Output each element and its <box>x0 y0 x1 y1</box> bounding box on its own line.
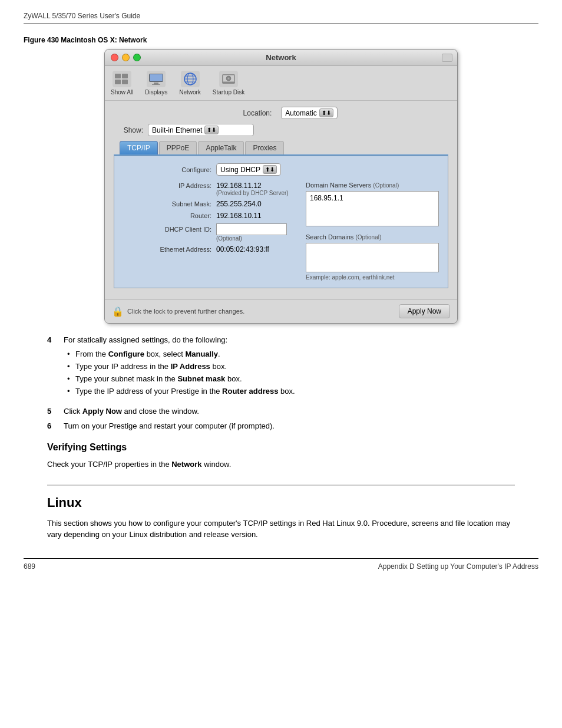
subnet-label: Subnet Mask: <box>123 200 211 207</box>
toolbar-show-all[interactable]: Show All <box>111 71 133 95</box>
search-optional: (Optional) <box>355 234 381 241</box>
dhcp-client-label: DHCP Client ID: <box>123 226 211 233</box>
router-label: Router: <box>123 212 211 219</box>
subnet-value: 255.255.254.0 <box>216 200 262 208</box>
dns-value: 168.95.1.1 <box>310 194 343 202</box>
footer-page-num: 689 <box>24 562 35 571</box>
search-label: Search Domains (Optional) <box>306 233 439 241</box>
show-label: Show: <box>114 126 143 134</box>
network-tabs: TCP/IP PPPoE AppleTalk Proxies <box>114 141 448 156</box>
configure-arrow-icon: ⬆⬇ <box>263 165 277 174</box>
header-title: ZyWALL 5/35/70 Series User's Guide <box>24 12 140 20</box>
show-arrow-icon: ⬆⬇ <box>204 126 219 134</box>
figure-caption: Figure 430 Macintosh OS X: Network <box>24 36 538 44</box>
toolbar-show-all-label: Show All <box>111 89 133 95</box>
configure-row: Configure: Using DHCP ⬆⬇ <box>123 163 439 176</box>
search-example: Example: apple.com, earthlink.net <box>306 274 439 281</box>
configure-select[interactable]: Using DHCP ⬆⬇ <box>216 163 281 176</box>
lock-section[interactable]: 🔒 Click the lock to prevent further chan… <box>112 306 244 317</box>
router-row: Router: 192.168.10.11 <box>123 212 300 220</box>
dhcp-optional: (Optional) <box>216 235 287 242</box>
minimize-button[interactable] <box>122 54 130 61</box>
configure-label: Configure: <box>123 166 211 173</box>
page-header: ZyWALL 5/35/70 Series User's Guide <box>24 12 538 24</box>
verifying-text: Check your TCP/IP properties in the Netw… <box>47 459 515 470</box>
resize-handle[interactable] <box>442 54 452 62</box>
step-6: 6 Turn on your Prestige and restart your… <box>47 421 515 430</box>
panel-columns: IP Address: 192.168.11.12(Provided by DH… <box>123 182 439 281</box>
mac-bottom-bar: 🔒 Click the lock to prevent further chan… <box>105 299 457 323</box>
step-5-num: 5 <box>47 407 59 416</box>
lock-icon: 🔒 <box>112 306 124 317</box>
location-select[interactable]: Automatic ⬆⬇ <box>281 107 337 119</box>
bullet-1-bold1: Configure <box>108 350 144 358</box>
step-4-text: For statically assigned settings, do the… <box>64 335 227 344</box>
footer-section: Appendix D Setting up Your Computer's IP… <box>378 562 538 571</box>
bullet-4-bold: Router address <box>222 387 278 396</box>
svg-rect-3 <box>122 80 128 84</box>
location-label: Location: <box>224 109 272 117</box>
bullet-3: Type your subnet mask in the Subnet mask… <box>64 373 515 385</box>
lock-text: Click the lock to prevent further change… <box>127 308 244 315</box>
svg-rect-5 <box>150 74 163 81</box>
close-button[interactable] <box>111 54 118 61</box>
configure-value: Using DHCP <box>220 166 260 174</box>
bullet-2-bold: IP Address <box>171 362 210 371</box>
panel-right: Domain Name Servers (Optional) 168.95.1.… <box>306 182 439 281</box>
svg-point-17 <box>228 78 230 80</box>
bullet-2: Type your IP address in the IP Address b… <box>64 360 515 373</box>
mac-window-buttons <box>111 54 141 61</box>
step-4-num: 4 <box>47 335 59 401</box>
toolbar-startup-disk[interactable]: Startup Disk <box>213 71 244 95</box>
doc-content: 4 For statically assigned settings, do t… <box>24 335 538 541</box>
verifying-heading: Verifying Settings <box>47 442 515 453</box>
toolbar-network[interactable]: Network <box>179 71 201 95</box>
tab-pppoe[interactable]: PPPoE <box>159 141 197 154</box>
tab-proxies[interactable]: Proxies <box>245 141 284 154</box>
dns-optional: (Optional) <box>373 182 399 189</box>
bullet-4: Type the IP address of your Prestige in … <box>64 385 515 397</box>
dhcp-client-input[interactable] <box>216 223 287 235</box>
router-value: 192.168.10.11 <box>216 212 262 220</box>
toolbar-displays[interactable]: Displays <box>145 71 167 95</box>
step-5-content: Click Apply Now and close the window. <box>64 407 515 416</box>
mac-content: Location: Automatic ⬆⬇ Show: Built-in Et… <box>105 101 457 299</box>
displays-icon <box>147 71 166 87</box>
show-select[interactable]: Built-in Ethernet ⬆⬇ <box>148 124 254 136</box>
page-footer: 689 Appendix D Setting up Your Computer'… <box>24 558 538 571</box>
mac-dialog: Network Show All <box>104 49 458 324</box>
mac-toolbar: Show All Displays <box>105 66 457 101</box>
location-row: Location: Automatic ⬆⬇ <box>114 107 448 119</box>
step-4: 4 For statically assigned settings, do t… <box>47 335 515 401</box>
step-4-content: For statically assigned settings, do the… <box>64 335 515 401</box>
search-box[interactable] <box>306 243 439 272</box>
show-row: Show: Built-in Ethernet ⬆⬇ <box>114 124 448 136</box>
step-6-num: 6 <box>47 421 59 430</box>
ethernet-label: Ethernet Address: <box>123 246 211 253</box>
dns-box[interactable]: 168.95.1.1 <box>306 191 439 226</box>
ip-label: IP Address: <box>123 182 211 189</box>
panel-left: IP Address: 192.168.11.12(Provided by DH… <box>123 182 300 281</box>
svg-rect-1 <box>122 74 128 78</box>
mac-titlebar: Network <box>105 50 457 66</box>
svg-rect-2 <box>115 80 121 84</box>
bullet-1: From the Configure box, select Manually. <box>64 348 515 360</box>
linux-heading: Linux <box>47 485 515 510</box>
location-arrow-icon: ⬆⬇ <box>319 108 333 117</box>
step-6-content: Turn on your Prestige and restart your c… <box>64 421 515 430</box>
location-value: Automatic <box>285 109 316 117</box>
svg-rect-7 <box>152 84 160 85</box>
bullet-1-bold2: Manually <box>185 350 218 358</box>
toolbar-startup-disk-label: Startup Disk <box>213 89 244 95</box>
ip-sub: (Provided by DHCP Server) <box>216 190 289 196</box>
svg-rect-0 <box>115 74 121 78</box>
ip-address-row: IP Address: 192.168.11.12(Provided by DH… <box>123 182 300 196</box>
tcpip-panel: Configure: Using DHCP ⬆⬇ IP Address: 192… <box>114 156 448 288</box>
ethernet-value: 00:05:02:43:93:ff <box>216 245 269 253</box>
show-value: Built-in Ethernet <box>152 126 202 134</box>
tab-appletalk[interactable]: AppleTalk <box>198 141 244 154</box>
tab-tcpip[interactable]: TCP/IP <box>120 141 158 154</box>
apply-now-button[interactable]: Apply Now <box>399 304 450 318</box>
search-section: Search Domains (Optional) Example: apple… <box>306 233 439 281</box>
maximize-button[interactable] <box>133 54 141 61</box>
